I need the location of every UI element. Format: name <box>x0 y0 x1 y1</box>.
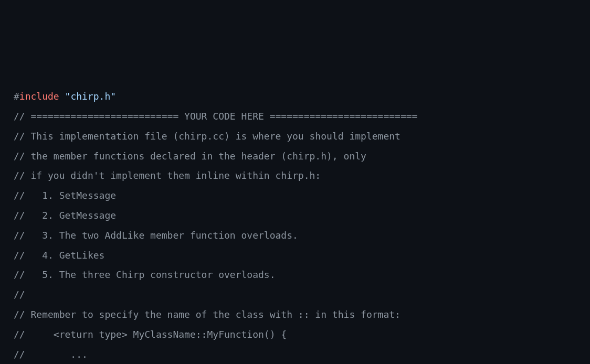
comment-line: // ... <box>14 345 576 364</box>
comment-line: // <box>14 285 576 305</box>
comment-line: // Remember to specify the name of the c… <box>14 305 576 325</box>
comment-line: // the member functions declared in the … <box>14 146 576 166</box>
include-string: "chirp.h" <box>65 91 117 102</box>
comment-line: // if you didn't implement them inline w… <box>14 166 576 186</box>
comment-line: // 2. GetMessage <box>14 206 576 226</box>
code-block: #include "chirp.h"// ===================… <box>14 87 576 364</box>
comment-line: // 4. GetLikes <box>14 245 576 265</box>
preprocessor-hash: # <box>14 91 19 102</box>
comment-line: // ========================== YOUR CODE … <box>14 106 576 126</box>
comment-line: // 3. The two AddLike member function ov… <box>14 226 576 245</box>
include-line: #include "chirp.h" <box>14 87 576 106</box>
comment-line: // 1. SetMessage <box>14 186 576 206</box>
comment-line: // This implementation file (chirp.cc) i… <box>14 126 576 146</box>
comment-line: // <return type> MyClassName::MyFunction… <box>14 325 576 345</box>
comment-line: // 5. The three Chirp constructor overlo… <box>14 265 576 285</box>
preprocessor-keyword: include <box>19 91 65 102</box>
